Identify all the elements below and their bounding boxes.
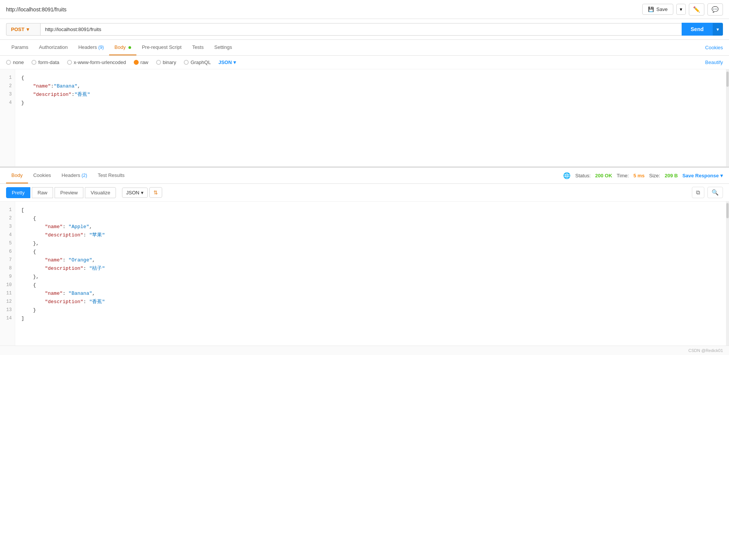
radio-raw xyxy=(134,60,139,65)
req-line-2: "name":"Banana", xyxy=(21,82,720,91)
resp-line-2: { xyxy=(21,214,720,223)
tab-body[interactable]: Body xyxy=(109,40,136,55)
resp-line-9: }, xyxy=(21,273,720,281)
radio-none xyxy=(6,60,11,65)
req-line-4: } xyxy=(21,99,720,107)
format-pretty-button[interactable]: Pretty xyxy=(6,187,30,198)
format-raw-button[interactable]: Raw xyxy=(32,187,53,198)
response-actions: ⧉ 🔍 xyxy=(692,187,723,198)
resp-line-4: "description": "苹果" xyxy=(21,231,720,239)
resp-line-1: [ xyxy=(21,206,720,214)
radio-graphql xyxy=(184,60,189,65)
save-label: Save xyxy=(656,6,668,12)
cookies-link[interactable]: Cookies xyxy=(705,40,723,55)
resp-line-13: } xyxy=(21,306,720,314)
method-dropdown[interactable]: POST ▾ xyxy=(6,23,40,36)
tab-tests[interactable]: Tests xyxy=(187,40,209,55)
globe-icon: 🌐 xyxy=(563,172,571,179)
response-body-editor: 1 2 3 4 5 6 7 8 9 10 11 12 13 14 [ { "na… xyxy=(0,202,729,346)
resp-line-7: "name": "Orange", xyxy=(21,256,720,264)
send-button-group: Send ▾ xyxy=(682,23,723,36)
edit-icon-button[interactable]: ✏️ xyxy=(689,3,704,16)
resp-line-10: { xyxy=(21,281,720,289)
req-line-1: { xyxy=(21,74,720,82)
request-editor-scrollbar[interactable] xyxy=(726,69,729,166)
resp-line-3: "name": "Apple", xyxy=(21,223,720,231)
radio-urlencoded xyxy=(67,60,72,65)
tab-headers[interactable]: Headers (9) xyxy=(73,40,109,55)
resp-line-6: { xyxy=(21,248,720,256)
body-type-form-data[interactable]: form-data xyxy=(31,59,59,65)
status-value: 200 OK xyxy=(595,173,612,178)
format-preview-button[interactable]: Preview xyxy=(55,187,83,198)
tab-authorization[interactable]: Authorization xyxy=(34,40,73,55)
req-line-3: "description":"香蕉" xyxy=(21,91,720,99)
request-line-numbers: 1 2 3 4 xyxy=(0,69,15,166)
radio-form-data xyxy=(31,60,36,65)
send-main-button[interactable]: Send xyxy=(682,23,713,36)
save-chevron-button[interactable]: ▾ xyxy=(676,4,686,15)
status-label: Status: xyxy=(575,173,590,178)
json-chevron-icon: ▾ xyxy=(233,59,236,65)
resp-line-5: }, xyxy=(21,239,720,248)
size-label: Size: xyxy=(649,173,660,178)
response-tab-cookies[interactable]: Cookies xyxy=(28,168,56,183)
time-label: Time: xyxy=(617,173,629,178)
response-editor-scrollbar[interactable] xyxy=(726,202,729,346)
comment-icon-button[interactable]: 💬 xyxy=(707,3,723,16)
url-input[interactable] xyxy=(40,23,682,36)
body-type-urlencoded[interactable]: x-www-form-urlencoded xyxy=(67,59,126,65)
response-tabs-bar: Body Cookies Headers (2) Test Results 🌐 … xyxy=(0,168,729,184)
response-json-chevron-icon: ▾ xyxy=(141,190,144,196)
beautify-button[interactable]: Beautify xyxy=(705,59,723,65)
radio-binary xyxy=(156,60,161,65)
send-chevron-button[interactable]: ▾ xyxy=(713,23,723,36)
resp-line-8: "description": "桔子" xyxy=(21,264,720,273)
time-value: 5 ms xyxy=(634,173,645,178)
response-tab-headers[interactable]: Headers (2) xyxy=(56,168,92,183)
resp-line-12: "description": "香蕉" xyxy=(21,298,720,306)
request-body-editor: 1 2 3 4 { "name":"Banana", "description"… xyxy=(0,69,729,168)
format-visualize-button[interactable]: Visualize xyxy=(85,187,116,198)
tab-params[interactable]: Params xyxy=(6,40,34,55)
body-type-binary[interactable]: binary xyxy=(156,59,176,65)
body-active-dot xyxy=(128,46,131,49)
copy-response-button[interactable]: ⧉ xyxy=(692,187,704,198)
size-value: 209 B xyxy=(665,173,678,178)
footer-bar: CSDN @Redick01 xyxy=(0,346,729,355)
resp-line-11: "name": "Banana", xyxy=(21,289,720,298)
save-button[interactable]: 💾 Save xyxy=(642,4,673,15)
response-line-numbers: 1 2 3 4 5 6 7 8 9 10 11 12 13 14 xyxy=(0,202,15,346)
response-code-content: [ { "name": "Apple", "description": "苹果"… xyxy=(15,202,726,346)
filter-button[interactable]: ⇅ xyxy=(149,187,162,198)
request-code-content[interactable]: { "name":"Banana", "description":"香蕉" } xyxy=(15,69,726,166)
request-tabs: Params Authorization Headers (9) Body Pr… xyxy=(0,40,729,56)
body-type-none[interactable]: none xyxy=(6,59,24,65)
search-response-button[interactable]: 🔍 xyxy=(707,187,723,198)
response-meta: 🌐 Status: 200 OK Time: 5 ms Size: 209 B … xyxy=(563,172,723,179)
page-url: http://localhost:8091/fruits xyxy=(6,6,67,13)
tab-prerequest-script[interactable]: Pre-request Script xyxy=(136,40,187,55)
resp-line-14: ] xyxy=(21,314,720,323)
response-tab-body[interactable]: Body xyxy=(6,168,28,183)
save-response-button[interactable]: Save Response ▾ xyxy=(682,173,723,178)
method-chevron-icon: ▾ xyxy=(27,27,29,32)
response-format-bar: Pretty Raw Preview Visualize JSON ▾ ⇅ ⧉ … xyxy=(0,184,729,202)
body-type-graphql[interactable]: GraphQL xyxy=(184,59,211,65)
save-response-chevron-icon: ▾ xyxy=(720,173,723,178)
response-section: Body Cookies Headers (2) Test Results 🌐 … xyxy=(0,168,729,355)
footer-text: CSDN @Redick01 xyxy=(688,348,723,353)
body-type-raw[interactable]: raw xyxy=(134,59,149,65)
method-label: POST xyxy=(11,27,24,32)
json-format-select[interactable]: JSON ▾ xyxy=(218,59,236,65)
body-type-bar: none form-data x-www-form-urlencoded raw… xyxy=(0,56,729,69)
filter-icon: ⇅ xyxy=(153,189,158,196)
response-json-select[interactable]: JSON ▾ xyxy=(122,188,148,198)
save-icon: 💾 xyxy=(648,6,654,12)
response-tab-test-results[interactable]: Test Results xyxy=(92,168,130,183)
tab-settings[interactable]: Settings xyxy=(209,40,237,55)
